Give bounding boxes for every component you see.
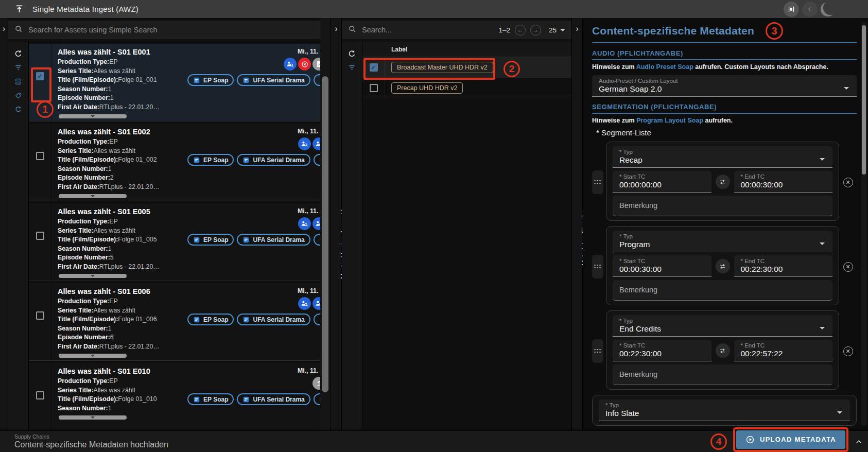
collapse-version-panel-chevron[interactable]: › — [335, 24, 338, 33]
asset-tag[interactable]: in progress — [314, 154, 320, 166]
cross-icon[interactable] — [298, 58, 311, 71]
asset-tag[interactable]: UFA Serial Drama — [237, 314, 310, 325]
asset-tag[interactable]: in progress — [314, 314, 320, 325]
drag-handle-icon[interactable] — [592, 255, 603, 279]
asset-list-scrollbar-thumb[interactable] — [322, 76, 328, 392]
collapse-asset-panel-chevron[interactable]: › — [3, 24, 6, 33]
version-checkbox[interactable] — [370, 63, 378, 72]
segment-end-tc-input[interactable]: * End TC 00:00:30:00 — [734, 171, 833, 193]
filter-icon[interactable] — [348, 63, 357, 72]
asset-horizontal-scrollbar[interactable] — [59, 274, 127, 278]
asset-tag[interactable]: in progress — [314, 74, 320, 86]
asset-tag[interactable]: UFA Serial Drama — [237, 154, 310, 166]
chevron-down-icon — [844, 87, 849, 92]
asset-tag[interactable]: UFA Serial Drama — [237, 234, 310, 246]
version-label-chip[interactable]: Precap UHD HDR v2 — [391, 82, 463, 94]
metadata-scrollbar-thumb[interactable] — [862, 25, 866, 175]
asset-checkbox[interactable] — [36, 72, 44, 80]
file-icon[interactable] — [313, 58, 320, 71]
asset-tag[interactable]: UFA Serial Drama — [237, 74, 310, 86]
upload-metadata-button[interactable]: UPLOAD METADATA — [736, 430, 845, 449]
asset-tag[interactable]: EP Soap — [187, 314, 234, 325]
segment-typ-select[interactable]: * Typ Info Slate — [599, 399, 850, 421]
audio-preset-link[interactable]: Audio Preset Soap — [636, 63, 693, 71]
asset-card[interactable]: Alles was zählt - S01 E002 Production Ty… — [29, 124, 320, 201]
batch-icon[interactable] — [14, 77, 23, 86]
person-search-icon[interactable] — [313, 297, 320, 310]
asset-horizontal-scrollbar[interactable] — [59, 415, 127, 420]
asset-card[interactable]: Alles was zählt - S01 E001 Production Ty… — [29, 44, 320, 121]
asset-list: Alles was zählt - S01 E001 Production Ty… — [29, 42, 320, 430]
asset-tag[interactable]: EP Soap — [187, 154, 234, 166]
segment-typ-select[interactable]: * Typ End Credits — [613, 315, 832, 337]
asset-tag[interactable]: in progress — [314, 393, 320, 405]
tag-icon[interactable] — [14, 91, 23, 100]
version-table-row[interactable]: Broadcast Master UHD HDR v2 — [362, 57, 571, 78]
sync-icon[interactable] — [14, 105, 23, 114]
audio-section-title: AUDIO (PFLICHTANGABE) — [592, 49, 857, 57]
refresh-icon[interactable] — [14, 49, 23, 58]
program-layout-link[interactable]: Program Layout Soap — [636, 117, 703, 124]
version-label-chip[interactable]: Broadcast Master UHD HDR v2 — [391, 62, 493, 73]
asset-card[interactable]: Alles was zählt - S01 E005 Production Ty… — [29, 203, 320, 281]
asset-tag[interactable]: in progress — [314, 234, 320, 246]
person-search-icon[interactable] — [298, 137, 311, 150]
swap-timecodes-icon[interactable] — [716, 259, 730, 273]
audio-preset-select[interactable]: Audio-Preset / Custom Layout German Soap… — [592, 75, 857, 97]
asset-card[interactable]: Alles was zählt - S01 E006 Production Ty… — [29, 283, 320, 361]
avatar-crescent-icon[interactable] — [821, 2, 835, 16]
previous-page-button[interactable]: ← — [515, 25, 526, 36]
segment-start-tc-input[interactable]: * Start TC 00:00:30:00 — [613, 255, 711, 277]
asset-checkbox-cell — [29, 203, 51, 281]
asset-tag[interactable]: EP Soap — [187, 393, 234, 405]
person-search-icon[interactable] — [298, 217, 311, 230]
segment-end-tc-input[interactable]: * End TC 00:22:30:00 — [734, 255, 833, 277]
filter-icon[interactable] — [14, 63, 23, 72]
remove-segment-button[interactable]: ✕ — [839, 178, 857, 187]
person-search-icon[interactable] — [284, 58, 297, 71]
swap-timecodes-icon[interactable] — [716, 343, 730, 358]
refresh-icon[interactable] — [348, 49, 357, 58]
asset-tag[interactable]: EP Soap — [187, 74, 234, 86]
asset-checkbox[interactable] — [36, 311, 44, 320]
segment-bemerkung-input[interactable]: Bemerkung — [613, 196, 832, 216]
asset-checkbox[interactable] — [36, 232, 44, 240]
segment-bemerkung-input[interactable]: Bemerkung — [613, 364, 832, 385]
asset-tag[interactable]: UFA Serial Drama — [237, 393, 310, 405]
asset-tag[interactable]: EP Soap — [187, 234, 234, 246]
asset-horizontal-scrollbar[interactable] — [59, 114, 127, 118]
segment-start-tc-input[interactable]: * Start TC 00:00:00:00 — [613, 171, 711, 193]
layout-distribute-button[interactable] — [784, 2, 799, 17]
chevron-up-icon[interactable] — [855, 438, 863, 446]
page-size-select[interactable]: 25 — [549, 26, 565, 34]
segment-typ-select[interactable]: * Typ Program — [613, 231, 832, 252]
person-search-icon[interactable] — [298, 297, 311, 310]
version-search-input[interactable] — [362, 26, 493, 34]
person-search-icon[interactable] — [313, 217, 320, 230]
asset-horizontal-scrollbar[interactable] — [59, 354, 127, 358]
asset-field-film-episode: Title (Film/Episode):Folge 01_002 — [58, 155, 187, 165]
asset-title: Alles was zählt - S01 E006 — [58, 287, 187, 295]
remove-segment-button[interactable]: ✕ — [839, 262, 857, 272]
segment-bemerkung-input[interactable]: Bemerkung — [613, 280, 832, 301]
asset-card[interactable]: Alles was zählt - S01 E010 Production Ty… — [29, 363, 320, 430]
collapse-metadata-panel-chevron[interactable]: › — [576, 24, 579, 33]
asset-field-episode: Episode Number:2 — [58, 173, 187, 183]
asset-horizontal-scrollbar[interactable] — [59, 194, 127, 198]
swap-timecodes-icon[interactable] — [716, 175, 730, 189]
segment-start-tc-input[interactable]: * Start TC 00:22:30:00 — [613, 340, 711, 361]
drag-handle-icon[interactable] — [592, 339, 603, 363]
asset-checkbox[interactable] — [36, 152, 44, 160]
person-search-icon[interactable] — [313, 137, 320, 150]
asset-checkbox[interactable] — [36, 391, 44, 399]
upload-icon[interactable] — [313, 377, 320, 390]
next-page-button[interactable]: → — [530, 25, 541, 36]
version-table-row[interactable]: Precap UHD HDR v2 — [362, 78, 571, 98]
version-checkbox[interactable] — [370, 84, 378, 92]
back-button[interactable] — [802, 2, 818, 17]
drag-handle-icon[interactable] — [592, 170, 603, 194]
asset-search-input[interactable] — [28, 26, 314, 34]
segment-end-tc-input[interactable]: * End TC 00:22:57:22 — [734, 340, 833, 361]
remove-segment-button[interactable]: ✕ — [839, 346, 857, 356]
segment-typ-select[interactable]: * Typ Recap — [613, 146, 832, 168]
